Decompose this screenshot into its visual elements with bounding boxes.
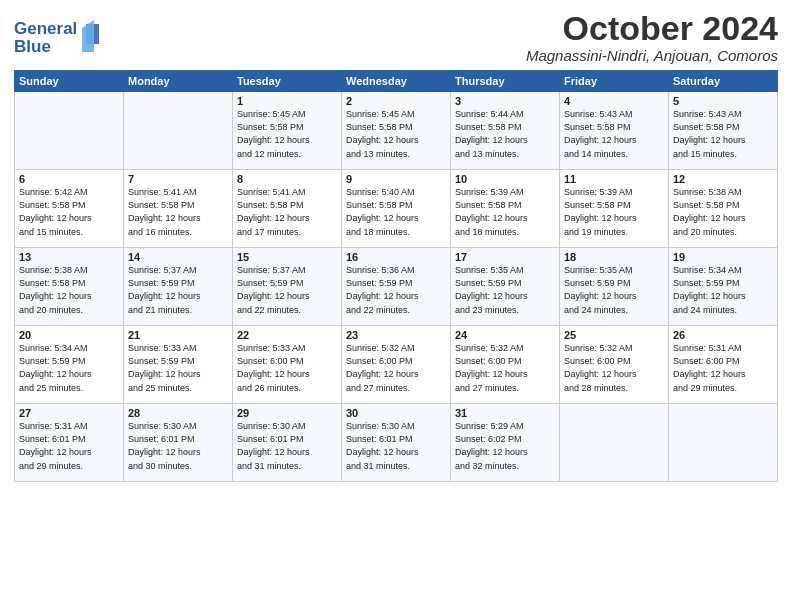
location-title: Magnassini-Nindri, Anjouan, Comoros bbox=[526, 47, 778, 64]
header-cell-sunday: Sunday bbox=[15, 71, 124, 92]
day-info: Sunrise: 5:30 AMSunset: 6:01 PMDaylight:… bbox=[346, 420, 446, 472]
day-number: 23 bbox=[346, 329, 446, 341]
header-cell-thursday: Thursday bbox=[451, 71, 560, 92]
month-title: October 2024 bbox=[526, 10, 778, 47]
day-cell: 27Sunrise: 5:31 AMSunset: 6:01 PMDayligh… bbox=[15, 404, 124, 482]
day-cell: 24Sunrise: 5:32 AMSunset: 6:00 PMDayligh… bbox=[451, 326, 560, 404]
svg-text:Blue: Blue bbox=[14, 37, 51, 56]
header-cell-monday: Monday bbox=[124, 71, 233, 92]
day-number: 15 bbox=[237, 251, 337, 263]
day-info: Sunrise: 5:37 AMSunset: 5:59 PMDaylight:… bbox=[128, 264, 228, 316]
day-cell: 22Sunrise: 5:33 AMSunset: 6:00 PMDayligh… bbox=[233, 326, 342, 404]
day-cell: 19Sunrise: 5:34 AMSunset: 5:59 PMDayligh… bbox=[669, 248, 778, 326]
day-number: 1 bbox=[237, 95, 337, 107]
day-cell: 31Sunrise: 5:29 AMSunset: 6:02 PMDayligh… bbox=[451, 404, 560, 482]
day-number: 13 bbox=[19, 251, 119, 263]
day-info: Sunrise: 5:30 AMSunset: 6:01 PMDaylight:… bbox=[237, 420, 337, 472]
day-cell: 30Sunrise: 5:30 AMSunset: 6:01 PMDayligh… bbox=[342, 404, 451, 482]
day-number: 12 bbox=[673, 173, 773, 185]
day-info: Sunrise: 5:33 AMSunset: 5:59 PMDaylight:… bbox=[128, 342, 228, 394]
day-info: Sunrise: 5:37 AMSunset: 5:59 PMDaylight:… bbox=[237, 264, 337, 316]
calendar-page: General Blue October 2024 Magnassini-Nin… bbox=[0, 0, 792, 492]
day-info: Sunrise: 5:35 AMSunset: 5:59 PMDaylight:… bbox=[455, 264, 555, 316]
logo-icon: General Blue bbox=[14, 14, 104, 58]
day-cell: 21Sunrise: 5:33 AMSunset: 5:59 PMDayligh… bbox=[124, 326, 233, 404]
day-info: Sunrise: 5:32 AMSunset: 6:00 PMDaylight:… bbox=[455, 342, 555, 394]
day-cell: 29Sunrise: 5:30 AMSunset: 6:01 PMDayligh… bbox=[233, 404, 342, 482]
day-number: 27 bbox=[19, 407, 119, 419]
day-cell: 5Sunrise: 5:43 AMSunset: 5:58 PMDaylight… bbox=[669, 92, 778, 170]
day-number: 24 bbox=[455, 329, 555, 341]
week-row-2: 6Sunrise: 5:42 AMSunset: 5:58 PMDaylight… bbox=[15, 170, 778, 248]
header-cell-friday: Friday bbox=[560, 71, 669, 92]
week-row-4: 20Sunrise: 5:34 AMSunset: 5:59 PMDayligh… bbox=[15, 326, 778, 404]
day-info: Sunrise: 5:31 AMSunset: 6:00 PMDaylight:… bbox=[673, 342, 773, 394]
title-area: October 2024 Magnassini-Nindri, Anjouan,… bbox=[526, 10, 778, 64]
day-cell: 14Sunrise: 5:37 AMSunset: 5:59 PMDayligh… bbox=[124, 248, 233, 326]
week-row-3: 13Sunrise: 5:38 AMSunset: 5:58 PMDayligh… bbox=[15, 248, 778, 326]
day-info: Sunrise: 5:42 AMSunset: 5:58 PMDaylight:… bbox=[19, 186, 119, 238]
day-number: 5 bbox=[673, 95, 773, 107]
day-number: 11 bbox=[564, 173, 664, 185]
day-cell: 26Sunrise: 5:31 AMSunset: 6:00 PMDayligh… bbox=[669, 326, 778, 404]
day-cell: 17Sunrise: 5:35 AMSunset: 5:59 PMDayligh… bbox=[451, 248, 560, 326]
week-row-5: 27Sunrise: 5:31 AMSunset: 6:01 PMDayligh… bbox=[15, 404, 778, 482]
day-cell: 2Sunrise: 5:45 AMSunset: 5:58 PMDaylight… bbox=[342, 92, 451, 170]
day-cell bbox=[669, 404, 778, 482]
day-info: Sunrise: 5:43 AMSunset: 5:58 PMDaylight:… bbox=[564, 108, 664, 160]
day-number: 10 bbox=[455, 173, 555, 185]
day-info: Sunrise: 5:32 AMSunset: 6:00 PMDaylight:… bbox=[564, 342, 664, 394]
day-number: 25 bbox=[564, 329, 664, 341]
day-number: 31 bbox=[455, 407, 555, 419]
day-cell: 4Sunrise: 5:43 AMSunset: 5:58 PMDaylight… bbox=[560, 92, 669, 170]
day-info: Sunrise: 5:38 AMSunset: 5:58 PMDaylight:… bbox=[673, 186, 773, 238]
day-number: 29 bbox=[237, 407, 337, 419]
day-info: Sunrise: 5:41 AMSunset: 5:58 PMDaylight:… bbox=[237, 186, 337, 238]
day-number: 19 bbox=[673, 251, 773, 263]
day-cell: 13Sunrise: 5:38 AMSunset: 5:58 PMDayligh… bbox=[15, 248, 124, 326]
day-number: 17 bbox=[455, 251, 555, 263]
header-cell-saturday: Saturday bbox=[669, 71, 778, 92]
day-cell: 6Sunrise: 5:42 AMSunset: 5:58 PMDaylight… bbox=[15, 170, 124, 248]
day-number: 9 bbox=[346, 173, 446, 185]
day-cell: 9Sunrise: 5:40 AMSunset: 5:58 PMDaylight… bbox=[342, 170, 451, 248]
svg-marker-3 bbox=[82, 20, 94, 52]
day-number: 14 bbox=[128, 251, 228, 263]
day-cell: 25Sunrise: 5:32 AMSunset: 6:00 PMDayligh… bbox=[560, 326, 669, 404]
day-cell: 28Sunrise: 5:30 AMSunset: 6:01 PMDayligh… bbox=[124, 404, 233, 482]
day-number: 16 bbox=[346, 251, 446, 263]
day-number: 28 bbox=[128, 407, 228, 419]
day-info: Sunrise: 5:34 AMSunset: 5:59 PMDaylight:… bbox=[19, 342, 119, 394]
day-info: Sunrise: 5:39 AMSunset: 5:58 PMDaylight:… bbox=[564, 186, 664, 238]
day-cell: 16Sunrise: 5:36 AMSunset: 5:59 PMDayligh… bbox=[342, 248, 451, 326]
day-cell bbox=[15, 92, 124, 170]
day-info: Sunrise: 5:33 AMSunset: 6:00 PMDaylight:… bbox=[237, 342, 337, 394]
day-cell: 20Sunrise: 5:34 AMSunset: 5:59 PMDayligh… bbox=[15, 326, 124, 404]
day-number: 2 bbox=[346, 95, 446, 107]
day-cell: 10Sunrise: 5:39 AMSunset: 5:58 PMDayligh… bbox=[451, 170, 560, 248]
day-number: 4 bbox=[564, 95, 664, 107]
day-number: 22 bbox=[237, 329, 337, 341]
day-number: 18 bbox=[564, 251, 664, 263]
day-cell: 15Sunrise: 5:37 AMSunset: 5:59 PMDayligh… bbox=[233, 248, 342, 326]
day-info: Sunrise: 5:40 AMSunset: 5:58 PMDaylight:… bbox=[346, 186, 446, 238]
day-cell: 11Sunrise: 5:39 AMSunset: 5:58 PMDayligh… bbox=[560, 170, 669, 248]
day-info: Sunrise: 5:45 AMSunset: 5:58 PMDaylight:… bbox=[346, 108, 446, 160]
day-number: 21 bbox=[128, 329, 228, 341]
header-cell-tuesday: Tuesday bbox=[233, 71, 342, 92]
day-info: Sunrise: 5:36 AMSunset: 5:59 PMDaylight:… bbox=[346, 264, 446, 316]
day-number: 6 bbox=[19, 173, 119, 185]
day-info: Sunrise: 5:35 AMSunset: 5:59 PMDaylight:… bbox=[564, 264, 664, 316]
day-number: 30 bbox=[346, 407, 446, 419]
day-info: Sunrise: 5:34 AMSunset: 5:59 PMDaylight:… bbox=[673, 264, 773, 316]
day-number: 20 bbox=[19, 329, 119, 341]
header-row: SundayMondayTuesdayWednesdayThursdayFrid… bbox=[15, 71, 778, 92]
svg-text:General: General bbox=[14, 19, 77, 38]
day-info: Sunrise: 5:29 AMSunset: 6:02 PMDaylight:… bbox=[455, 420, 555, 472]
day-number: 8 bbox=[237, 173, 337, 185]
day-cell: 7Sunrise: 5:41 AMSunset: 5:58 PMDaylight… bbox=[124, 170, 233, 248]
calendar-table: SundayMondayTuesdayWednesdayThursdayFrid… bbox=[14, 70, 778, 482]
day-info: Sunrise: 5:32 AMSunset: 6:00 PMDaylight:… bbox=[346, 342, 446, 394]
logo: General Blue bbox=[14, 14, 104, 62]
day-info: Sunrise: 5:38 AMSunset: 5:58 PMDaylight:… bbox=[19, 264, 119, 316]
